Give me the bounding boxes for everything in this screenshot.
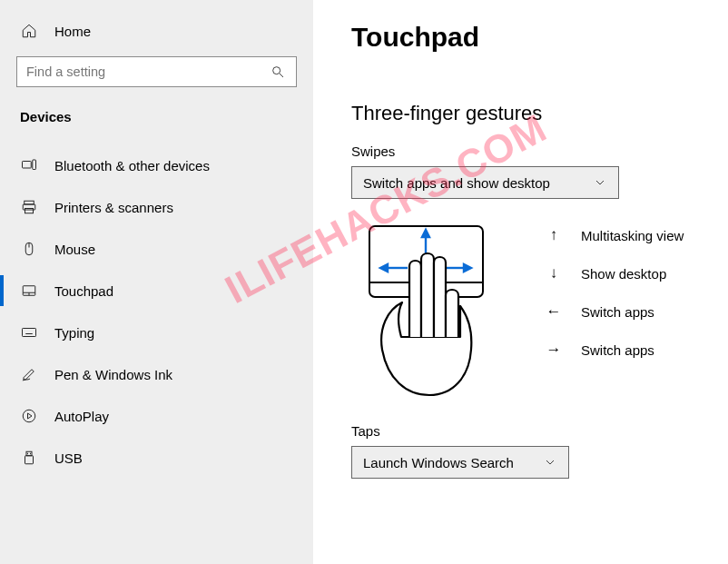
legend-left-label: Switch apps [581,304,654,320]
legend-down: ↓ Show desktop [546,264,684,282]
swipes-dropdown[interactable]: Switch apps and show desktop [351,166,619,199]
devices-icon [20,156,38,174]
page-title: Touchpad [351,22,706,53]
home-icon [20,22,38,40]
sidebar-item-pen[interactable]: Pen & Windows Ink [0,353,313,395]
main-content: Touchpad Three-finger gestures Swipes Sw… [313,0,728,564]
sidebar-item-usb[interactable]: USB [0,437,313,479]
sidebar-item-typing[interactable]: Typing [0,312,313,353]
sidebar-item-printers[interactable]: Printers & scanners [0,186,313,228]
keyboard-icon [20,323,38,341]
arrow-up-icon: ↑ [546,226,561,244]
sidebar-item-bluetooth[interactable]: Bluetooth & other devices [0,144,313,186]
svg-marker-28 [422,230,429,237]
usb-icon [20,449,38,467]
legend-left: ← Switch apps [546,302,684,321]
taps-label: Taps [351,423,706,439]
svg-rect-6 [25,209,34,213]
swipes-label: Swipes [351,143,706,159]
pen-icon [20,365,38,383]
mouse-icon [20,240,38,258]
section-heading: Three-finger gestures [351,102,706,125]
sidebar-item-label: Pen & Windows Ink [54,367,172,382]
svg-rect-2 [23,162,32,169]
svg-rect-20 [26,451,32,456]
sidebar-item-label: AutoPlay [54,409,109,424]
home-link[interactable]: Home [16,16,297,56]
sidebar-item-label: USB [54,450,83,466]
svg-rect-3 [33,160,36,170]
legend-right: → Switch apps [546,341,684,359]
home-label: Home [54,24,91,39]
swipes-value: Switch apps and show desktop [363,175,550,191]
legend-up-label: Multitasking view [581,228,684,243]
search-input[interactable]: Find a setting [16,56,297,87]
chevron-down-icon [541,453,559,471]
svg-marker-30 [380,264,388,272]
search-placeholder: Find a setting [26,64,105,79]
arrow-down-icon: ↓ [546,264,561,282]
svg-rect-12 [23,329,36,337]
gesture-illustration [351,223,501,400]
legend-down-label: Show desktop [581,266,666,282]
sidebar-item-autoplay[interactable]: AutoPlay [0,395,313,437]
svg-rect-21 [25,456,34,464]
taps-dropdown[interactable]: Launch Windows Search [351,446,569,479]
chevron-down-icon [591,173,609,192]
svg-point-0 [273,67,280,74]
sidebar-item-mouse[interactable]: Mouse [0,228,313,270]
legend-right-label: Switch apps [581,342,654,358]
gesture-legend: ↑ Multitasking view ↓ Show desktop ← Swi… [546,223,684,359]
sidebar-item-touchpad[interactable]: Touchpad [0,270,313,312]
legend-up: ↑ Multitasking view [546,226,684,244]
sidebar: Home Find a setting Devices Bluetooth & … [0,0,313,564]
svg-point-18 [23,410,35,422]
svg-marker-19 [28,413,33,419]
sidebar-item-label: Touchpad [54,283,113,299]
autoplay-icon [20,407,38,425]
search-icon [269,63,287,81]
arrow-right-icon: → [546,341,561,359]
printer-icon [20,198,38,216]
svg-rect-4 [25,201,34,204]
sidebar-section-title: Devices [16,105,297,144]
arrow-left-icon: ← [546,302,561,321]
svg-line-1 [280,74,283,77]
touchpad-icon [20,282,38,300]
svg-marker-32 [464,264,471,272]
sidebar-item-label: Printers & scanners [54,200,173,215]
taps-value: Launch Windows Search [363,455,514,470]
sidebar-item-label: Mouse [54,242,95,257]
sidebar-item-label: Bluetooth & other devices [54,158,210,173]
sidebar-item-label: Typing [54,325,94,341]
